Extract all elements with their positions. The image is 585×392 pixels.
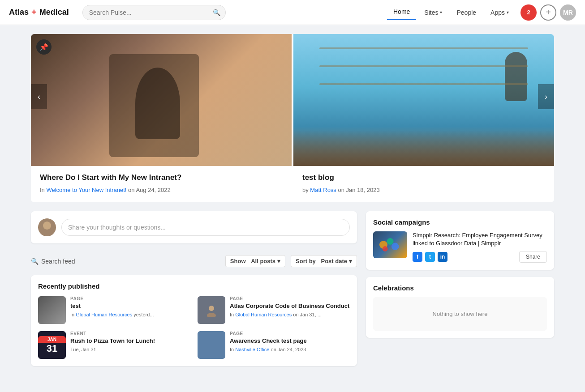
nav-home[interactable]: Home bbox=[387, 4, 416, 20]
add-button[interactable]: + bbox=[540, 4, 556, 21]
chevron-down-icon: ▾ bbox=[507, 10, 509, 15]
svg-point-2 bbox=[209, 306, 214, 311]
chevron-down-icon: ▾ bbox=[440, 10, 442, 15]
celebrations-empty: Nothing to show here bbox=[373, 297, 547, 331]
post-source-link[interactable]: Global Human Resources bbox=[235, 312, 292, 317]
header: Atlas + Medical 🔍 Home Sites ▾ People Ap… bbox=[0, 0, 585, 25]
carousel-card-1-title: Where Do I Start with My New Intranet? bbox=[40, 173, 283, 182]
carousel-card-2-title: test blog bbox=[302, 173, 545, 182]
post-source: In Global Human Resources on Jan 31, ... bbox=[230, 312, 350, 317]
social-share-icons: f t in bbox=[413, 252, 447, 262]
avatar[interactable]: MR bbox=[560, 4, 576, 21]
logo-company: Medical bbox=[39, 8, 69, 17]
carousel: ‹ 📌 Where Do I Start with My New Intrane… bbox=[31, 34, 554, 202]
carousel-card-1-link[interactable]: Welcome to Your New Intranet! bbox=[46, 187, 126, 193]
post-info: PAGE Awareness Check test page In Nashvi… bbox=[230, 331, 350, 352]
main-content: ‹ 📌 Where Do I Start with My New Intrane… bbox=[24, 25, 561, 375]
carousel-card-2-meta: by Matt Ross on Jan 18, 2023 bbox=[302, 187, 545, 193]
post-type: PAGE bbox=[230, 296, 350, 301]
post-thumbnail bbox=[198, 296, 225, 324]
svg-point-7 bbox=[383, 246, 388, 251]
feed-section: Share your thoughts or questions... 🔍 Se… bbox=[31, 211, 554, 366]
svg-point-1 bbox=[41, 230, 53, 236]
chevron-down-icon: ▾ bbox=[277, 258, 280, 264]
search-feed-left: 🔍 Search feed bbox=[31, 258, 75, 265]
feed-main: Share your thoughts or questions... 🔍 Se… bbox=[31, 211, 357, 366]
show-all-posts-button[interactable]: Show All posts ▾ bbox=[225, 255, 285, 267]
post-box: Share your thoughts or questions... bbox=[31, 211, 357, 243]
post-source-link[interactable]: Global Human Resources bbox=[76, 312, 132, 317]
twitter-icon: t bbox=[425, 252, 435, 262]
search-icon: 🔍 bbox=[213, 9, 220, 16]
nav-sites[interactable]: Sites ▾ bbox=[418, 5, 448, 20]
post-thumbnail bbox=[198, 331, 225, 359]
feed-sidebar: Social campaigns Simpplr Research: Emplo… bbox=[366, 211, 554, 366]
post-source-link[interactable]: Nashville Office bbox=[235, 347, 269, 352]
social-campaigns-title: Social campaigns bbox=[373, 218, 547, 226]
social-campaign-text: Simpplr Research: Employee Engagement Su… bbox=[413, 231, 547, 247]
svg-point-6 bbox=[391, 243, 399, 251]
posts-grid: PAGE test In Global Human Resources yest… bbox=[38, 296, 350, 359]
post-info: PAGE Atlas Corporate Code of Business Co… bbox=[230, 296, 350, 317]
carousel-prev-button[interactable]: ‹ bbox=[31, 84, 47, 109]
search-input[interactable] bbox=[82, 5, 226, 20]
carousel-card-1-meta: In Welcome to Your New Intranet! on Aug … bbox=[40, 187, 283, 193]
carousel-card-1[interactable]: 📌 Where Do I Start with My New Intranet?… bbox=[31, 34, 292, 202]
pin-badge: 📌 bbox=[36, 39, 52, 55]
search-feed-right: Show All posts ▾ Sort by Post date ▾ bbox=[225, 255, 357, 267]
carousel-card-2-image bbox=[293, 34, 554, 166]
post-thumbnail: JAN 31 bbox=[38, 331, 66, 359]
facebook-icon: f bbox=[413, 252, 422, 262]
carousel-card-2[interactable]: test blog by Matt Ross on Jan 18, 2023 bbox=[293, 34, 554, 202]
logo-cross: + bbox=[31, 7, 37, 17]
list-item[interactable]: JAN 31 EVENT Rush to Pizza Town for Lunc… bbox=[38, 331, 190, 359]
carousel-card-2-author-link[interactable]: Matt Ross bbox=[310, 187, 336, 193]
post-type: EVENT bbox=[70, 331, 190, 336]
svg-point-0 bbox=[43, 222, 51, 230]
post-name: Atlas Corporate Code of Business Conduct bbox=[230, 303, 350, 310]
nav-people[interactable]: People bbox=[450, 5, 482, 20]
notification-badge[interactable]: 2 bbox=[520, 4, 537, 21]
carousel-card-1-image: 📌 bbox=[31, 34, 292, 166]
list-item[interactable]: PAGE test In Global Human Resources yest… bbox=[38, 296, 190, 324]
search-feed-bar: 🔍 Search feed Show All posts ▾ Sort by P… bbox=[31, 251, 357, 272]
search-feed-label: Search feed bbox=[41, 258, 75, 265]
svg-point-3 bbox=[207, 313, 216, 317]
post-source: Tue, Jan 31 bbox=[70, 347, 190, 352]
post-name: Awareness Check test page bbox=[230, 337, 350, 345]
social-campaign-thumbnail bbox=[373, 231, 407, 258]
carousel-card-1-body: Where Do I Start with My New Intranet? I… bbox=[31, 166, 292, 202]
main-nav: Home Sites ▾ People Apps ▾ 2 + MR bbox=[387, 4, 576, 21]
post-name: Rush to Pizza Town for Lunch! bbox=[70, 337, 190, 345]
post-type: PAGE bbox=[70, 296, 190, 301]
logo[interactable]: Atlas + Medical bbox=[9, 7, 69, 17]
nav-apps[interactable]: Apps ▾ bbox=[484, 5, 515, 20]
list-item[interactable]: PAGE Awareness Check test page In Nashvi… bbox=[198, 331, 350, 359]
svg-point-5 bbox=[387, 238, 394, 245]
post-source: In Nashville Office on Jan 24, 2023 bbox=[230, 347, 350, 352]
celebrations-title: Celebrations bbox=[373, 284, 547, 292]
carousel-next-button[interactable]: › bbox=[538, 84, 554, 109]
post-input[interactable]: Share your thoughts or questions... bbox=[61, 219, 350, 236]
post-type: PAGE bbox=[230, 331, 350, 336]
social-campaign-item: Simpplr Research: Employee Engagement Su… bbox=[373, 231, 547, 263]
search-bar: 🔍 bbox=[82, 5, 226, 20]
chevron-down-icon: ▾ bbox=[349, 258, 352, 264]
logo-text: Atlas bbox=[9, 8, 29, 17]
search-feed-icon: 🔍 bbox=[31, 258, 39, 265]
user-avatar bbox=[38, 218, 56, 236]
recently-published-card: Recently published PAGE test In Global H… bbox=[31, 275, 357, 366]
recently-published-title: Recently published bbox=[38, 282, 350, 290]
post-name: test bbox=[70, 303, 190, 310]
post-source: In Global Human Resources yesterd... bbox=[70, 312, 190, 317]
celebrations-widget: Celebrations Nothing to show here bbox=[366, 277, 554, 338]
post-info: EVENT Rush to Pizza Town for Lunch! Tue,… bbox=[70, 331, 190, 352]
social-campaign-info: Simpplr Research: Employee Engagement Su… bbox=[413, 231, 547, 263]
post-info: PAGE test In Global Human Resources yest… bbox=[70, 296, 190, 317]
sort-by-post-date-button[interactable]: Sort by Post date ▾ bbox=[291, 255, 357, 267]
linkedin-icon: in bbox=[438, 252, 447, 262]
list-item[interactable]: PAGE Atlas Corporate Code of Business Co… bbox=[198, 296, 350, 324]
social-campaigns-widget: Social campaigns Simpplr Research: Emplo… bbox=[366, 211, 554, 270]
post-thumbnail bbox=[38, 296, 66, 324]
share-button[interactable]: Share bbox=[519, 251, 547, 263]
